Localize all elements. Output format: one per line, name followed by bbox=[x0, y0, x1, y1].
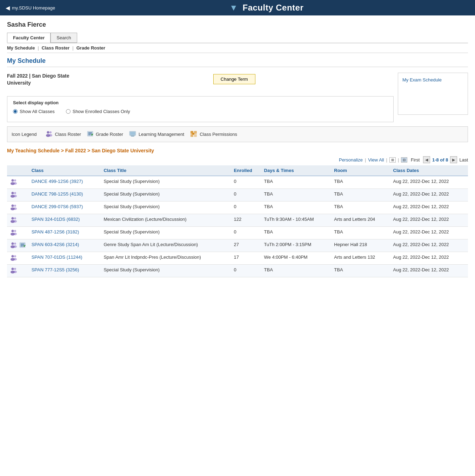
row-class-title: Special Study (Supervision) bbox=[101, 189, 231, 201]
legend-class-permissions: Class Permissions bbox=[190, 130, 237, 138]
subnav-my-schedule: My Schedule bbox=[7, 45, 35, 51]
subnav-grade-roster[interactable]: Grade Roster bbox=[76, 45, 105, 51]
personalize-link[interactable]: Personalize bbox=[339, 157, 363, 163]
row-class-dates: Aug 22, 2022-Dec 12, 2022 bbox=[390, 201, 468, 214]
svg-point-33 bbox=[12, 230, 14, 232]
show-enrolled-radio[interactable] bbox=[66, 109, 71, 114]
show-all-classes-option[interactable]: Show All Classes bbox=[13, 109, 55, 114]
table-header-row: Class Class Title Enrolled Days & Times … bbox=[7, 165, 468, 176]
col-icon bbox=[7, 165, 29, 176]
class-link[interactable]: DANCE 299-07S6 (5937) bbox=[32, 204, 83, 209]
class-link[interactable]: SPAN 603-42S6 (3214) bbox=[32, 242, 79, 247]
svg-point-34 bbox=[14, 230, 16, 232]
svg-point-32 bbox=[13, 220, 17, 223]
class-link[interactable]: SPAN 324-01DS (6832) bbox=[32, 217, 80, 222]
top-nav: ◀ my.SDSU Homepage ▼ Faculty Center bbox=[0, 0, 475, 15]
svg-rect-15 bbox=[194, 134, 197, 137]
page-heading: My Schedule bbox=[7, 57, 468, 67]
svg-point-28 bbox=[13, 207, 17, 210]
row-enrolled: 27 bbox=[231, 239, 261, 252]
col-class-dates: Class Dates bbox=[390, 165, 468, 176]
row-class-title: Special Study (Supervision) bbox=[101, 176, 231, 189]
legend-class-permissions-label: Class Permissions bbox=[200, 132, 237, 137]
table-icon-grid1[interactable]: ⊞ bbox=[389, 157, 396, 163]
class-link[interactable]: SPAN 707-01DS (11244) bbox=[32, 254, 82, 260]
display-option-label: Select display option bbox=[13, 100, 388, 105]
row-icon-cell bbox=[7, 214, 29, 227]
row-class-title: Special Study (Supervision) bbox=[101, 265, 231, 277]
svg-point-48 bbox=[13, 258, 17, 260]
icon-legend-title: Icon Legend bbox=[12, 132, 37, 137]
row-icon-cell bbox=[7, 176, 29, 189]
svg-rect-13 bbox=[194, 131, 197, 134]
row-class-title: Span Amr Lit Indpndc-Pres (Lecture/Discu… bbox=[101, 252, 231, 265]
puzzle-icon bbox=[190, 130, 198, 138]
show-all-radio[interactable] bbox=[13, 109, 18, 114]
table-row: DANCE 299-07S6 (5937)Special Study (Supe… bbox=[7, 201, 468, 214]
svg-point-3 bbox=[49, 134, 52, 137]
show-enrolled-option[interactable]: Show Enrolled Classes Only bbox=[66, 109, 130, 114]
svg-point-36 bbox=[13, 233, 17, 235]
class-link[interactable]: SPAN 487-12S6 (3182) bbox=[32, 229, 79, 234]
change-term-button[interactable]: Change Term bbox=[213, 74, 255, 84]
row-icon-cell bbox=[7, 227, 29, 239]
svg-point-52 bbox=[13, 271, 17, 273]
table-row: DANCE 798-12S5 (4130)Special Study (Supe… bbox=[7, 189, 468, 201]
row-days-times: TBA bbox=[261, 176, 332, 189]
svg-point-37 bbox=[12, 243, 14, 245]
display-options: Show All Classes Show Enrolled Classes O… bbox=[13, 109, 388, 114]
class-link[interactable]: SPAN 777-12S5 (3256) bbox=[32, 267, 79, 272]
row-enrolled: 0 bbox=[231, 189, 261, 201]
main-content: Sasha Fierce Faculty Center Search My Sc… bbox=[0, 15, 475, 283]
legend-class-roster: Class Roster bbox=[45, 131, 81, 138]
subnav-sep1: | bbox=[38, 45, 39, 51]
table-row: SPAN 487-12S6 (3182)Special Study (Super… bbox=[7, 227, 468, 239]
subnav-class-roster[interactable]: Class Roster bbox=[42, 45, 69, 51]
table-icon-grid2[interactable]: ⊟ bbox=[401, 157, 407, 163]
show-enrolled-label: Show Enrolled Classes Only bbox=[73, 109, 130, 114]
row-icon-cell bbox=[7, 189, 29, 201]
next-page-button[interactable]: ▶ bbox=[450, 156, 457, 163]
class-link[interactable]: DANCE 499-12S6 (3927) bbox=[32, 179, 83, 184]
row-class-dates: Aug 22, 2022-Dec 12, 2022 bbox=[390, 176, 468, 189]
people-icon bbox=[10, 179, 18, 185]
svg-point-0 bbox=[47, 131, 49, 133]
row-room: Hepner Hall 218 bbox=[331, 239, 390, 252]
user-name: Sasha Fierce bbox=[7, 21, 468, 28]
svg-point-20 bbox=[13, 182, 17, 185]
exam-schedule-link[interactable]: My Exam Schedule bbox=[402, 77, 442, 82]
row-class-title: Mexican Civilization (Lecture/Discussion… bbox=[101, 214, 231, 227]
row-class: SPAN 603-42S6 (3214) bbox=[29, 239, 101, 252]
people-icon bbox=[10, 191, 18, 198]
row-room: Arts and Letters 132 bbox=[331, 252, 390, 265]
svg-point-25 bbox=[12, 205, 14, 207]
app-title: ▼ Faculty Center bbox=[63, 3, 469, 13]
legend-learning-mgmt-label: Learning Management bbox=[139, 132, 184, 137]
row-days-times: TBA bbox=[261, 227, 332, 239]
svg-point-38 bbox=[14, 243, 16, 245]
sub-nav: My Schedule | Class Roster | Grade Roste… bbox=[7, 43, 468, 53]
row-days-times: TuTh 9:30AM - 10:45AM bbox=[261, 214, 332, 227]
row-icon-cell bbox=[7, 252, 29, 265]
row-room: TBA bbox=[331, 176, 390, 189]
tab-search[interactable]: Search bbox=[51, 33, 77, 43]
view-all-link[interactable]: View All bbox=[368, 157, 384, 163]
show-all-label: Show All Classes bbox=[20, 109, 55, 114]
back-link[interactable]: ◀ my.SDSU Homepage bbox=[6, 5, 55, 11]
svg-point-21 bbox=[12, 192, 14, 194]
row-days-times: TBA bbox=[261, 265, 332, 277]
class-link[interactable]: DANCE 798-12S5 (4130) bbox=[32, 191, 83, 197]
row-enrolled: 17 bbox=[231, 252, 261, 265]
row-room: TBA bbox=[331, 265, 390, 277]
row-class: SPAN 324-01DS (6832) bbox=[29, 214, 101, 227]
svg-point-1 bbox=[49, 131, 52, 133]
schedule-table: Class Class Title Enrolled Days & Times … bbox=[7, 165, 468, 277]
prev-page-button[interactable]: ◀ bbox=[423, 156, 430, 163]
svg-point-17 bbox=[12, 179, 14, 182]
icon-legend: Icon Legend Class Roster bbox=[7, 126, 468, 142]
row-class: SPAN 777-12S5 (3256) bbox=[29, 265, 101, 277]
row-days-times: TuTh 2:00PM - 3:15PM bbox=[261, 239, 332, 252]
row-class-title: Genre Study Span Am Lit (Lecture/Discuss… bbox=[101, 239, 231, 252]
table-controls: Personalize | View All | ⊞ | ⊟ First ◀ 1… bbox=[7, 156, 468, 163]
tab-faculty-center[interactable]: Faculty Center bbox=[7, 33, 51, 43]
